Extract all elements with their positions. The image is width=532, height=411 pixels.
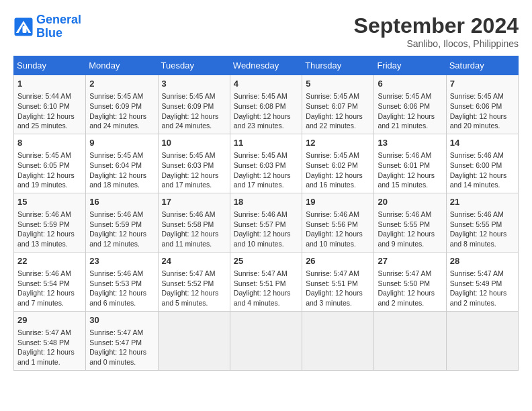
- day-header-wednesday: Wednesday: [230, 56, 302, 75]
- cell-text: Daylight: 12 hours: [17, 347, 82, 357]
- cell-text: Sunset: 6:10 PM: [17, 101, 82, 111]
- day-number: 21: [450, 196, 515, 208]
- calendar-cell: 30Sunrise: 5:47 AMSunset: 5:47 PMDayligh…: [86, 311, 158, 370]
- cell-text: Daylight: 12 hours: [162, 288, 226, 298]
- day-number: 14: [450, 137, 515, 149]
- cell-text: Sunset: 6:09 PM: [89, 101, 154, 111]
- day-number: 16: [89, 196, 154, 208]
- cell-text: Sunrise: 5:46 AM: [89, 269, 154, 279]
- day-number: 22: [17, 255, 82, 267]
- cell-text: and 22 minutes.: [306, 121, 370, 131]
- cell-text: and 13 minutes.: [17, 239, 82, 249]
- logo: General Blue: [13, 13, 81, 40]
- cell-text: and 3 minutes.: [306, 298, 370, 308]
- day-number: 17: [162, 196, 226, 208]
- cell-text: Daylight: 12 hours: [17, 229, 82, 239]
- calendar-cell: 5Sunrise: 5:45 AMSunset: 6:07 PMDaylight…: [302, 75, 374, 134]
- day-number: 18: [234, 196, 298, 208]
- cell-text: Sunset: 6:03 PM: [162, 161, 226, 171]
- cell-text: Sunrise: 5:45 AM: [17, 150, 82, 161]
- cell-text: Daylight: 12 hours: [162, 229, 226, 239]
- cell-text: Sunset: 6:06 PM: [378, 101, 442, 111]
- day-header-tuesday: Tuesday: [158, 56, 230, 75]
- cell-text: Sunrise: 5:45 AM: [162, 150, 226, 161]
- cell-text: Sunset: 5:55 PM: [378, 220, 442, 230]
- day-number: 11: [234, 137, 298, 149]
- cell-text: Sunset: 5:58 PM: [162, 220, 226, 230]
- cell-text: Sunset: 6:03 PM: [234, 161, 298, 171]
- calendar-cell: 23Sunrise: 5:46 AMSunset: 5:53 PMDayligh…: [86, 252, 158, 311]
- day-number: 1: [17, 78, 82, 90]
- cell-text: Sunrise: 5:47 AM: [162, 269, 226, 279]
- cell-text: Sunrise: 5:46 AM: [89, 210, 154, 220]
- location-subtitle: Sanlibo, Ilocos, Philippines: [354, 38, 519, 49]
- cell-text: and 2 minutes.: [450, 298, 515, 308]
- cell-text: Sunrise: 5:45 AM: [306, 150, 370, 161]
- calendar-cell: 6Sunrise: 5:45 AMSunset: 6:06 PMDaylight…: [374, 75, 446, 134]
- calendar-week-1: 1Sunrise: 5:44 AMSunset: 6:10 PMDaylight…: [14, 75, 519, 134]
- cell-text: Daylight: 12 hours: [306, 171, 370, 181]
- cell-text: Sunrise: 5:46 AM: [17, 210, 82, 220]
- cell-text: Sunset: 5:53 PM: [89, 279, 154, 289]
- day-number: 8: [17, 137, 82, 149]
- calendar-cell: 9Sunrise: 5:45 AMSunset: 6:04 PMDaylight…: [86, 134, 158, 193]
- cell-text: Daylight: 12 hours: [450, 288, 515, 298]
- cell-text: Daylight: 12 hours: [306, 229, 370, 239]
- cell-text: Sunrise: 5:45 AM: [234, 91, 298, 101]
- cell-text: Daylight: 12 hours: [234, 171, 298, 181]
- cell-text: Daylight: 12 hours: [17, 111, 82, 122]
- cell-text: Daylight: 12 hours: [89, 347, 154, 357]
- month-title: September 2024: [354, 13, 519, 38]
- day-number: 10: [162, 137, 226, 149]
- cell-text: and 17 minutes.: [234, 180, 298, 190]
- cell-text: and 10 minutes.: [306, 239, 370, 249]
- calendar-cell: 1Sunrise: 5:44 AMSunset: 6:10 PMDaylight…: [14, 75, 86, 134]
- cell-text: and 23 minutes.: [234, 121, 298, 131]
- cell-text: and 11 minutes.: [162, 239, 226, 249]
- cell-text: Daylight: 12 hours: [378, 229, 442, 239]
- calendar-week-5: 29Sunrise: 5:47 AMSunset: 5:48 PMDayligh…: [14, 311, 519, 370]
- day-number: 28: [450, 255, 515, 267]
- calendar-week-4: 22Sunrise: 5:46 AMSunset: 5:54 PMDayligh…: [14, 252, 519, 311]
- cell-text: Sunrise: 5:44 AM: [17, 91, 82, 101]
- cell-text: Sunrise: 5:45 AM: [234, 150, 298, 161]
- cell-text: Sunset: 5:51 PM: [234, 279, 298, 289]
- day-number: 5: [306, 78, 370, 90]
- cell-text: and 4 minutes.: [234, 298, 298, 308]
- day-number: 19: [306, 196, 370, 208]
- day-header-thursday: Thursday: [302, 56, 374, 75]
- cell-text: and 25 minutes.: [17, 121, 82, 131]
- cell-text: Daylight: 12 hours: [89, 171, 154, 181]
- cell-text: and 17 minutes.: [162, 180, 226, 190]
- calendar-week-3: 15Sunrise: 5:46 AMSunset: 5:59 PMDayligh…: [14, 193, 519, 252]
- cell-text: Daylight: 12 hours: [89, 288, 154, 298]
- title-block: September 2024 Sanlibo, Ilocos, Philippi…: [354, 13, 519, 49]
- calendar-cell: 4Sunrise: 5:45 AMSunset: 6:08 PMDaylight…: [230, 75, 302, 134]
- page-header: General Blue September 2024 Sanlibo, Ilo…: [13, 13, 519, 49]
- calendar-header-row: SundayMondayTuesdayWednesdayThursdayFrid…: [14, 56, 519, 75]
- cell-text: Sunset: 5:52 PM: [162, 279, 226, 289]
- logo-text: General Blue: [36, 13, 81, 40]
- cell-text: Sunset: 6:02 PM: [306, 161, 370, 171]
- day-number: 23: [89, 255, 154, 267]
- calendar-cell: 25Sunrise: 5:47 AMSunset: 5:51 PMDayligh…: [230, 252, 302, 311]
- cell-text: Sunset: 5:51 PM: [306, 279, 370, 289]
- cell-text: Sunset: 5:49 PM: [450, 279, 515, 289]
- cell-text: Sunrise: 5:45 AM: [378, 91, 442, 101]
- cell-text: Sunset: 6:00 PM: [450, 161, 515, 171]
- day-number: 26: [306, 255, 370, 267]
- cell-text: Sunrise: 5:45 AM: [162, 91, 226, 101]
- day-number: 6: [378, 78, 442, 90]
- cell-text: and 0 minutes.: [89, 357, 154, 367]
- calendar-cell: 3Sunrise: 5:45 AMSunset: 6:09 PMDaylight…: [158, 75, 230, 134]
- cell-text: Sunset: 5:59 PM: [89, 220, 154, 230]
- cell-text: Sunset: 6:09 PM: [162, 101, 226, 111]
- cell-text: Sunset: 5:55 PM: [450, 220, 515, 230]
- cell-text: Daylight: 12 hours: [450, 171, 515, 181]
- cell-text: and 2 minutes.: [378, 298, 442, 308]
- cell-text: Sunrise: 5:46 AM: [162, 210, 226, 220]
- cell-text: and 14 minutes.: [450, 180, 515, 190]
- day-number: 13: [378, 137, 442, 149]
- cell-text: and 6 minutes.: [89, 298, 154, 308]
- cell-text: Daylight: 12 hours: [378, 111, 442, 122]
